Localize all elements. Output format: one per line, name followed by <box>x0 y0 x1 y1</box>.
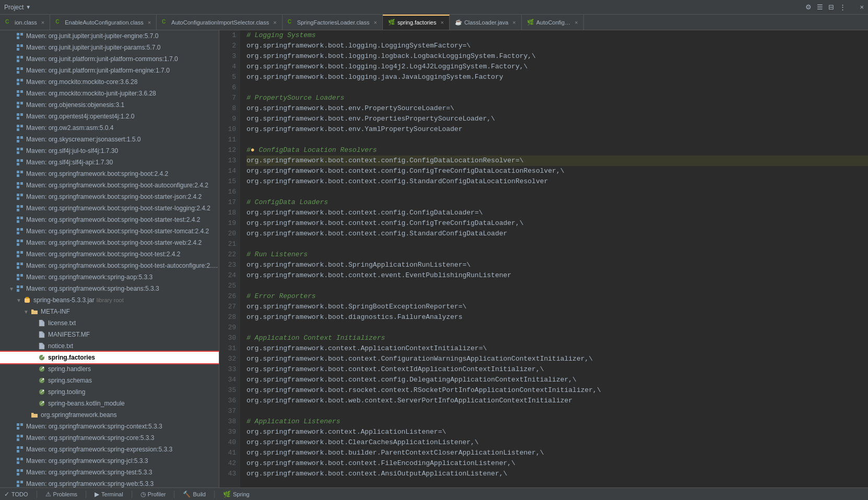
tree-item-maven-slf4j-api[interactable]: Maven: org.slf4j:slf4j-api:1.7.30 <box>0 157 219 168</box>
tree-item-meta-inf[interactable]: ▼META-INF <box>0 306 219 317</box>
tree-item-maven-spring-boot-starter-web[interactable]: Maven: org.springframework.boot:spring-b… <box>0 237 219 248</box>
tab-label-4: SpringFactoriesLoader.class <box>297 19 370 26</box>
tab-close-6[interactable]: × <box>512 19 515 26</box>
svg-rect-4 <box>20 44 23 47</box>
svg-rect-64 <box>20 274 23 277</box>
tree-item-maven-junit-params[interactable]: Maven: org.junit.jupiter:junit-jupiter-p… <box>0 42 219 53</box>
svg-rect-85 <box>17 458 19 460</box>
tree-item-maven-mockito-core[interactable]: Maven: org.mockito:mockito-core:3.6.28 <box>0 76 219 88</box>
status-problems[interactable]: ⚠ Problems <box>45 491 77 498</box>
tree-item-maven-spring-test[interactable]: Maven: org.springframework:spring-test:5… <box>0 467 219 478</box>
tree-label: spring-beans-5.3.3.jar <box>33 296 95 304</box>
svg-rect-38 <box>17 174 19 177</box>
eq-text: =\ <box>462 261 471 269</box>
tree-item-maven-spring-beans[interactable]: ▼Maven: org.springframework:spring-beans… <box>0 283 219 294</box>
tab-close[interactable]: × <box>41 19 44 26</box>
tree-item-spring-handlers[interactable]: spring.handlers <box>0 363 219 375</box>
svg-rect-69 <box>25 298 30 303</box>
tab-classloader[interactable]: ☕ ClassLoader.java × <box>450 15 522 30</box>
tree-item-maven-spring-boot-test-autoconfig[interactable]: Maven: org.springframework.boot:spring-b… <box>0 260 219 271</box>
tab-spring-factories[interactable]: 🌿 spring.factories × <box>383 15 450 30</box>
value-text: org.springframework.boot.rsocket.context… <box>247 386 601 394</box>
svg-rect-35 <box>17 163 19 165</box>
status-build[interactable]: 🔨 Build <box>183 491 205 498</box>
tree-item-maven-junit-platform-engine[interactable]: Maven: org.junit.platform:junit-platform… <box>0 65 219 76</box>
status-todo[interactable]: ✓ TODO <box>4 491 28 498</box>
tree-item-maven-ow2-asm[interactable]: Maven: org.ow2.asm:asm:5.0.4 <box>0 122 219 134</box>
tree-label: Maven: org.springframework:spring-beans:… <box>26 285 159 292</box>
code-line-6 <box>247 82 868 93</box>
tree-item-notice-txt[interactable]: notice.txt <box>0 340 219 352</box>
svg-rect-41 <box>17 186 19 188</box>
tree-item-maven-spring-context[interactable]: Maven: org.springframework:spring-contex… <box>0 421 219 432</box>
status-spring[interactable]: 🌿 Spring <box>223 491 250 498</box>
tree-item-maven-spring-boot-starter-logging[interactable]: Maven: org.springframework.boot:spring-b… <box>0 203 219 214</box>
tree-item-spring-schemas[interactable]: spring.schemas <box>0 375 219 386</box>
line-number-28: 28 <box>219 312 236 323</box>
svg-rect-17 <box>17 94 19 97</box>
svg-rect-83 <box>20 446 23 449</box>
svg-point-75 <box>43 401 44 403</box>
value-text: org.springframework.boot.context.FileEnc… <box>247 459 515 467</box>
structure-icon[interactable]: ☰ <box>817 3 823 11</box>
tree-item-maven-spring-boot-autoconfig[interactable]: Maven: org.springframework.boot:spring-b… <box>0 180 219 191</box>
tab-close-4[interactable]: × <box>373 19 377 26</box>
tree-item-spring-factories-file[interactable]: spring.factories <box>0 352 219 363</box>
tree-item-maven-spring-web[interactable]: Maven: org.springframework:spring-web:5.… <box>0 478 219 487</box>
tree-item-maven-skyscreamer[interactable]: Maven: org.skyscreamer:jsonassert:1.5.0 <box>0 134 219 145</box>
tab-ion-class[interactable]: C ion.class × <box>0 15 50 30</box>
code-line-7: # PropertySource Loaders <box>247 93 868 103</box>
tree-item-maven-spring-jcl[interactable]: Maven: org.springframework:spring-jcl:5.… <box>0 455 219 467</box>
tab-autoconfig[interactable]: 🌿 AutoConfig… × <box>522 15 584 30</box>
tab-auto-import[interactable]: C AutoConfigurationImportSelector.class … <box>157 15 283 30</box>
tab-close-7[interactable]: × <box>574 19 578 26</box>
tree-item-spring-beans-kotlin[interactable]: spring-beans.kotlin_module <box>0 398 219 409</box>
code-content[interactable]: # Logging Systemsorg.springframework.boo… <box>240 30 868 487</box>
line-number-4: 4 <box>219 62 236 72</box>
tree-item-maven-spring-expression[interactable]: Maven: org.springframework:spring-expres… <box>0 444 219 455</box>
tree-item-maven-spring-aop[interactable]: Maven: org.springframework:spring-aop:5.… <box>0 271 219 283</box>
tab-close-5[interactable]: × <box>440 19 443 26</box>
code-line-42: org.springframework.boot.context.FileEnc… <box>247 458 868 469</box>
project-tree[interactable]: Maven: org.junit.jupiter:junit-jupiter-e… <box>0 30 219 487</box>
tab-spring-factories-loader[interactable]: C SpringFactoriesLoader.class × <box>283 15 383 30</box>
value-text: org.springframework.boot.context.config.… <box>247 219 524 227</box>
tree-label: Maven: org.springframework:spring-aop:5.… <box>26 273 153 281</box>
tree-item-maven-slf4j-jul[interactable]: Maven: org.slf4j:jul-to-slf4j:1.7.30 <box>0 145 219 157</box>
tree-item-maven-spring-boot-starter-tomcat[interactable]: Maven: org.springframework.boot:spring-b… <box>0 225 219 237</box>
gear-icon[interactable]: ⚙ <box>805 3 812 11</box>
title-bar-icons: ⚙ ☰ ⊟ ⋮ × <box>805 3 864 11</box>
filter-icon[interactable]: ⊟ <box>828 3 834 11</box>
code-line-26: # Error Reporters <box>247 291 868 302</box>
tab-enable-auto[interactable]: C EnableAutoConfiguration.class × <box>50 15 157 30</box>
key-text: org.springframework.context.ApplicationL… <box>247 428 438 436</box>
tree-label: Maven: org.springframework.boot:spring-b… <box>26 182 208 189</box>
tree-item-maven-objenesis[interactable]: Maven: org.objenesis:objenesis:3.1 <box>0 99 219 111</box>
code-line-38: # Application Listeners <box>247 416 868 427</box>
tree-item-manifest-mf[interactable]: MANIFEST.MF <box>0 329 219 340</box>
code-line-10: org.springframework.boot.env.YamlPropert… <box>247 124 868 135</box>
status-terminal[interactable]: ▶ Terminal <box>95 491 123 498</box>
tab-close-3[interactable]: × <box>273 19 276 26</box>
tree-item-maven-spring-boot-starter-json[interactable]: Maven: org.springframework.boot:spring-b… <box>0 191 219 203</box>
tree-item-maven-spring-core[interactable]: Maven: org.springframework:spring-core:5… <box>0 432 219 444</box>
value-text: org.springframework.boot.context.config.… <box>247 177 548 185</box>
tree-label: Maven: org.junit.jupiter:junit-jupiter-e… <box>26 32 158 40</box>
tree-item-license-txt[interactable]: license.txt <box>0 317 219 329</box>
tree-item-org-springframework-beans[interactable]: org.springframework.beans <box>0 409 219 421</box>
tab-close-2[interactable]: × <box>148 19 151 26</box>
settings-icon[interactable]: ⋮ <box>839 3 846 11</box>
tree-item-maven-spring-boot-test[interactable]: Maven: org.springframework.boot:spring-b… <box>0 248 219 260</box>
tree-item-spring-tooling[interactable]: spring.tooling <box>0 386 219 398</box>
tree-item-maven-opentest4j[interactable]: Maven: org.opentest4j:opentest4j:1.2.0 <box>0 111 219 122</box>
tree-item-maven-spring-boot[interactable]: Maven: org.springframework.boot:spring-b… <box>0 168 219 180</box>
tree-item-maven-spring-boot-starter-test[interactable]: Maven: org.springframework.boot:spring-b… <box>0 214 219 225</box>
svg-rect-13 <box>20 79 23 81</box>
tab-label-2: EnableAutoConfiguration.class <box>65 19 143 26</box>
tree-item-maven-mockito-junit[interactable]: Maven: org.mockito:mockito-junit-jupiter… <box>0 88 219 99</box>
tree-item-maven-junit-engine[interactable]: Maven: org.junit.jupiter:junit-jupiter-e… <box>0 30 219 42</box>
tree-item-spring-beans-jar[interactable]: ▼spring-beans-5.3.3.jarlibrary root <box>0 294 219 306</box>
close-icon[interactable]: × <box>860 3 864 11</box>
tree-item-maven-junit-platform-commons[interactable]: Maven: org.junit.platform:junit-platform… <box>0 53 219 65</box>
status-profiler[interactable]: ◷ Profiler <box>140 491 166 498</box>
